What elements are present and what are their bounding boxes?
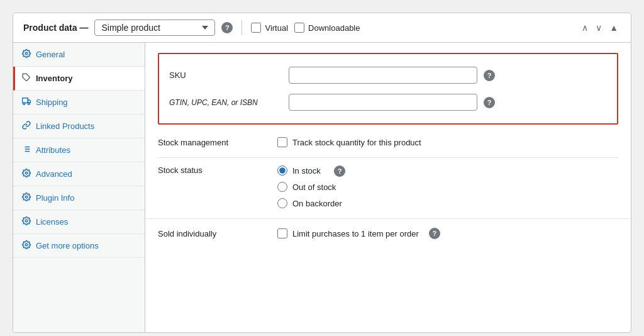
sidebar-item-inventory[interactable]: Inventory	[13, 67, 145, 91]
sidebar-item-linked-products[interactable]: Linked Products	[13, 115, 145, 138]
product-data-body: General Inventory Shipping Linked Produc…	[13, 43, 631, 332]
sidebar-item-linked-products-label: Linked Products	[36, 121, 94, 131]
downloadable-checkbox[interactable]	[294, 23, 304, 33]
header-arrows: ∧ ∨ ▲	[579, 21, 621, 34]
virtual-checkbox-label[interactable]: Virtual	[251, 23, 288, 33]
collapse-up-button[interactable]: ∧	[579, 21, 591, 34]
sidebar-item-get-more-options-label: Get more options	[36, 241, 99, 250]
gtin-help-icon[interactable]: ?	[484, 97, 495, 108]
sidebar-item-licenses[interactable]: Licenses	[13, 210, 145, 234]
main-content: SKU ? GTIN, UPC, EAN, or ISBN ? Stock ma…	[145, 43, 631, 332]
stock-management-label: Stock management	[158, 138, 271, 147]
general-icon	[22, 49, 31, 60]
sold-individually-checkbox[interactable]	[277, 228, 287, 238]
outofstock-radio[interactable]	[277, 182, 287, 192]
collapse-down-button[interactable]: ∨	[593, 21, 604, 34]
track-stock-text: Track stock quantity for this product	[292, 138, 421, 147]
sold-individually-row: Sold individually Limit purchases to 1 i…	[145, 218, 631, 248]
inventory-icon	[22, 73, 31, 84]
sku-gtin-section: SKU ? GTIN, UPC, EAN, or ISBN ?	[158, 53, 618, 125]
svg-point-14	[25, 220, 28, 222]
sold-individually-text: Limit purchases to 1 item per order	[292, 229, 419, 238]
sidebar-item-inventory-label: Inventory	[36, 74, 73, 83]
sku-help-icon[interactable]: ?	[484, 70, 495, 81]
product-data-header: Product data — Simple product Variable p…	[13, 13, 631, 43]
header-divider	[242, 20, 242, 35]
sidebar-item-attributes[interactable]: Attributes	[13, 138, 145, 162]
stock-status-label: Stock status	[158, 165, 271, 175]
divider-1	[158, 157, 618, 158]
get-more-options-icon	[22, 240, 31, 251]
gtin-label: GTIN, UPC, EAN, or ISBN	[169, 98, 282, 107]
gtin-input[interactable]	[289, 94, 477, 111]
sidebar-item-licenses-label: Licenses	[36, 217, 68, 227]
advanced-icon	[22, 169, 31, 179]
sidebar-item-attributes-label: Attributes	[36, 145, 70, 155]
linked-products-icon	[22, 121, 31, 132]
product-type-help-icon[interactable]: ?	[221, 22, 233, 33]
sku-label: SKU	[169, 70, 282, 80]
sidebar-item-general[interactable]: General	[13, 43, 145, 67]
onbackorder-option[interactable]: On backorder	[277, 198, 342, 208]
stock-management-row: Stock management Track stock quantity fo…	[145, 130, 631, 155]
virtual-label: Virtual	[265, 23, 288, 33]
sku-input[interactable]	[289, 67, 477, 84]
stock-status-help-icon[interactable]: ?	[334, 165, 345, 177]
stock-status-radio-group: In stock ? Out of stock On backorder	[277, 165, 342, 208]
licenses-icon	[22, 216, 31, 227]
track-stock-checkbox[interactable]	[277, 137, 287, 147]
instock-label: In stock	[292, 166, 321, 176]
svg-point-5	[28, 103, 30, 104]
svg-point-0	[25, 52, 28, 55]
attributes-icon	[22, 145, 31, 155]
sidebar-item-plugin-info-label: Plugin Info	[36, 193, 74, 203]
onbackorder-label: On backorder	[292, 199, 342, 208]
onbackorder-radio[interactable]	[277, 198, 287, 208]
svg-rect-2	[23, 98, 28, 103]
instock-radio[interactable]	[277, 165, 287, 176]
virtual-checkbox[interactable]	[251, 23, 261, 33]
sidebar-item-shipping[interactable]: Shipping	[13, 91, 145, 115]
gtin-row: GTIN, UPC, EAN, or ISBN ?	[169, 89, 607, 116]
shipping-icon	[22, 97, 31, 108]
svg-point-15	[25, 244, 28, 246]
sidebar: General Inventory Shipping Linked Produc…	[13, 43, 145, 332]
svg-marker-3	[28, 100, 30, 103]
sold-individually-help-icon[interactable]: ?	[429, 228, 440, 239]
expand-button[interactable]: ▲	[607, 21, 621, 34]
downloadable-label: Downloadable	[308, 23, 360, 33]
instock-option[interactable]: In stock	[277, 165, 342, 176]
track-stock-label[interactable]: Track stock quantity for this product	[277, 137, 421, 147]
sidebar-item-plugin-info[interactable]: Plugin Info	[13, 186, 145, 210]
product-type-select[interactable]: Simple product Variable product Grouped …	[94, 20, 215, 36]
sold-individually-label: Sold individually	[158, 229, 271, 238]
product-data-title: Product data —	[23, 23, 88, 33]
sold-individually-checkbox-label[interactable]: Limit purchases to 1 item per order	[277, 228, 419, 238]
stock-status-row: Stock status In stock ? Out of stock On …	[145, 160, 631, 213]
outofstock-label: Out of stock	[292, 182, 336, 192]
svg-point-4	[23, 103, 25, 104]
svg-point-13	[25, 196, 28, 198]
svg-point-12	[25, 172, 28, 174]
sidebar-item-advanced[interactable]: Advanced	[13, 162, 145, 186]
sku-row: SKU ?	[169, 62, 607, 89]
sidebar-item-general-label: General	[36, 50, 65, 59]
product-data-panel: Product data — Simple product Variable p…	[13, 13, 631, 333]
sidebar-item-get-more-options[interactable]: Get more options	[13, 234, 145, 258]
sidebar-item-shipping-label: Shipping	[36, 98, 68, 107]
outofstock-option[interactable]: Out of stock	[277, 182, 342, 192]
downloadable-checkbox-label[interactable]: Downloadable	[294, 23, 360, 33]
sidebar-item-advanced-label: Advanced	[36, 169, 72, 179]
plugin-info-icon	[22, 193, 31, 203]
